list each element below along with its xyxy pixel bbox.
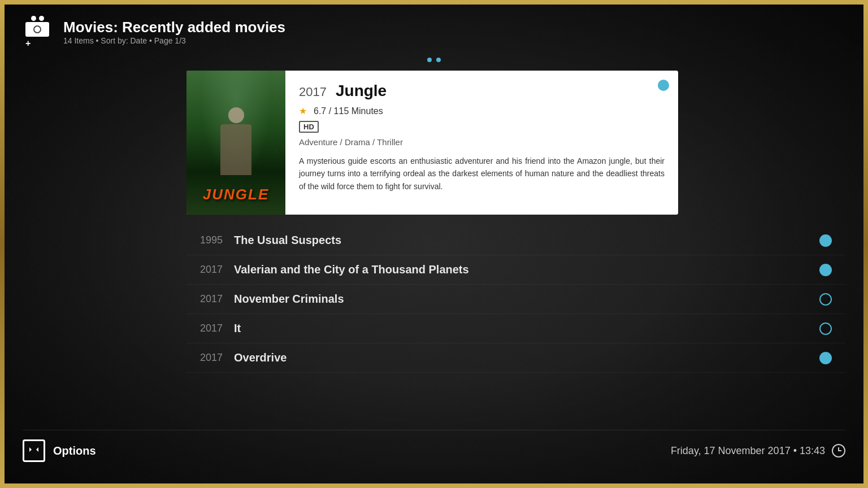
item-title: Valerian and the City of a Thousand Plan…: [234, 263, 819, 276]
item-title: November Criminals: [234, 293, 819, 306]
list-item[interactable]: 2017 It: [186, 314, 845, 343]
featured-movie-card[interactable]: JUNGLE 2017 Jungle ★ 6.7 / 115 Minutes H…: [186, 71, 678, 215]
options-button[interactable]: Options: [23, 439, 96, 462]
item-indicator: [819, 234, 832, 247]
dot-1: [427, 58, 432, 62]
item-title: Overdrive: [234, 351, 819, 364]
options-label: Options: [53, 445, 96, 457]
page-subtitle: 14 Items • Sort by: Date • Page 1/3: [63, 36, 285, 45]
item-year: 2017: [200, 352, 234, 364]
page-title: Movies: Recently added movies: [63, 19, 285, 36]
pagination-dots: [23, 58, 845, 62]
item-year: 1995: [200, 234, 234, 246]
featured-year: 2017: [299, 85, 327, 99]
list-item[interactable]: 2017 November Criminals: [186, 285, 845, 314]
star-icon: ★: [299, 106, 307, 116]
options-icon: [23, 439, 45, 462]
item-indicator: [819, 264, 832, 276]
item-indicator: [819, 323, 832, 335]
header-text: Movies: Recently added movies 14 Items •…: [63, 19, 285, 45]
clock-icon: [832, 444, 845, 457]
poster-figure: [214, 107, 259, 181]
item-year: 2017: [200, 293, 234, 305]
movie-info: 2017 Jungle ★ 6.7 / 115 Minutes HD Adven…: [285, 71, 678, 215]
poster-title: JUNGLE: [186, 186, 285, 203]
movies-icon: +: [23, 17, 52, 46]
item-title: The Usual Suspects: [234, 234, 819, 247]
movie-hd-row: HD: [299, 121, 665, 133]
featured-title: Jungle: [336, 82, 387, 100]
list-item[interactable]: 2017 Overdrive: [186, 343, 845, 373]
datetime-text: Friday, 17 November 2017 • 13:43: [671, 445, 825, 457]
footer: Options Friday, 17 November 2017 • 13:43: [23, 430, 845, 471]
movie-genres: Adventure / Drama / Thriller: [299, 137, 665, 147]
list-item[interactable]: 2017 Valerian and the City of a Thousand…: [186, 255, 845, 285]
hd-badge: HD: [299, 121, 319, 133]
movie-rating: 6.7 / 115 Minutes: [314, 106, 383, 116]
options-arrows-icon: [28, 443, 40, 459]
movie-list: 1995 The Usual Suspects 2017 Valerian an…: [186, 226, 845, 430]
item-year: 2017: [200, 264, 234, 276]
item-year: 2017: [200, 323, 234, 334]
movie-description: A mysterious guide escorts an enthusiast…: [299, 155, 665, 193]
list-item[interactable]: 1995 The Usual Suspects: [186, 226, 845, 255]
movie-meta: ★ 6.7 / 115 Minutes: [299, 106, 665, 116]
movie-poster: JUNGLE: [186, 71, 285, 215]
featured-indicator: [658, 80, 669, 91]
datetime-display: Friday, 17 November 2017 • 13:43: [671, 444, 845, 457]
page-header: + Movies: Recently added movies 14 Items…: [23, 17, 845, 46]
item-indicator: [819, 293, 832, 306]
dot-2: [436, 58, 441, 62]
item-title: It: [234, 322, 819, 335]
item-indicator: [819, 352, 832, 364]
